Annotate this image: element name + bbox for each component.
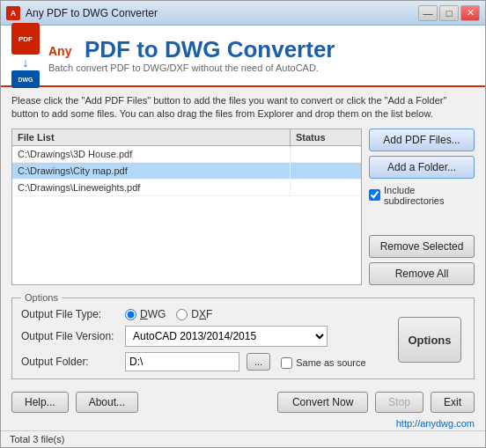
folder-label: Output Folder:	[21, 356, 118, 368]
right-buttons: Add PDF Files... Add a Folder... Include…	[369, 129, 475, 285]
file-status	[291, 180, 361, 195]
output-version-row: Output File Version: AutoCAD 2013/2014/2…	[21, 326, 387, 347]
same-as-source-label: Same as source	[296, 357, 365, 368]
middle-area: File List Status C:\Drawings\3D House.pd…	[11, 129, 475, 285]
main-content: Please click the "Add PDF Files" button …	[1, 87, 485, 386]
file-status	[291, 146, 361, 162]
file-list-body[interactable]: C:\Drawings\3D House.pdf C:\Drawings\Cit…	[12, 146, 361, 284]
app-header: PDF ↓ DWG Any PDF to DWG Converter Batch…	[1, 26, 485, 87]
add-folder-button[interactable]: Add a Folder...	[369, 156, 475, 179]
remove-all-button[interactable]: Remove All	[369, 262, 475, 285]
file-name: C:\Drawings\City map.pdf	[12, 163, 291, 179]
exit-button[interactable]: Exit	[431, 392, 475, 413]
about-button[interactable]: About...	[76, 392, 138, 413]
file-name: C:\Drawings\Lineweights.pdf	[12, 180, 291, 195]
output-type-row: Output File Type: DWG DXF	[21, 308, 387, 320]
options-inner: Output File Type: DWG DXF	[21, 308, 465, 371]
header-subtitle: Batch convert PDF to DWG/DXF without the…	[48, 62, 335, 73]
options-right: Options	[394, 308, 465, 371]
header-any-text: Any	[48, 44, 71, 58]
include-subdirs-label: Include subdirectories	[384, 185, 475, 206]
options-fields: Output File Type: DWG DXF	[21, 308, 387, 371]
output-folder-row: Output Folder: ... Same as source	[21, 352, 387, 371]
include-subdirs-checkbox[interactable]	[369, 189, 380, 201]
logo-dwg: DWG	[11, 70, 40, 88]
table-row[interactable]: C:\Drawings\City map.pdf	[12, 163, 361, 180]
dwg-radio[interactable]	[125, 309, 136, 320]
stop-button[interactable]: Stop	[375, 392, 423, 413]
app-icon: A	[6, 6, 20, 20]
version-select[interactable]: AutoCAD 2013/2014/2015 AutoCAD 2010/2011…	[125, 326, 328, 347]
window-title: Any PDF to DWG Converter	[26, 7, 418, 19]
same-as-source-row: Same as source	[281, 357, 365, 369]
title-bar: A Any PDF to DWG Converter — □ ✕	[1, 1, 485, 26]
header-logo: PDF ↓ DWG	[11, 23, 40, 88]
instructions-text: Please click the "Add PDF Files" button …	[11, 94, 475, 121]
window-controls: — □ ✕	[418, 5, 480, 21]
file-name: C:\Drawings\3D House.pdf	[12, 146, 291, 162]
table-row[interactable]: C:\Drawings\Lineweights.pdf	[12, 180, 361, 196]
bottom-bar: Help... About... Convert Now Stop Exit	[1, 386, 485, 418]
col-status: Status	[291, 129, 361, 145]
header-title-text: PDF to DWG Converter	[85, 36, 335, 62]
col-file-list: File List	[12, 129, 291, 145]
dwg-radio-item: DWG	[125, 308, 166, 320]
header-title-area: Any PDF to DWG Converter Batch convert P…	[48, 38, 335, 73]
options-button[interactable]: Options	[398, 317, 461, 363]
minimize-button[interactable]: —	[418, 5, 438, 21]
status-bar: Total 3 file(s)	[1, 430, 485, 447]
browse-button[interactable]: ...	[247, 353, 270, 371]
include-subdirs-row: Include subdirectories	[369, 185, 475, 206]
close-button[interactable]: ✕	[460, 5, 480, 21]
dwg-label: DWG	[140, 308, 166, 320]
link-row: http://anydwg.com	[1, 418, 485, 430]
version-label: Output File Version:	[21, 330, 118, 342]
same-as-source-checkbox[interactable]	[281, 357, 292, 369]
table-row[interactable]: C:\Drawings\3D House.pdf	[12, 146, 361, 163]
maximize-button[interactable]: □	[439, 5, 459, 21]
remove-selected-button[interactable]: Remove Selected	[369, 235, 475, 258]
output-type-radio-group: DWG DXF	[125, 308, 212, 320]
dxf-label: DXF	[191, 308, 212, 320]
file-list-header: File List Status	[12, 129, 361, 146]
file-status	[291, 163, 361, 179]
website-link[interactable]: http://anydwg.com	[396, 418, 475, 429]
options-legend: Options	[21, 292, 62, 303]
dxf-radio-item: DXF	[176, 308, 212, 320]
header-main-title: Any PDF to DWG Converter	[48, 38, 335, 61]
main-window: A Any PDF to DWG Converter — □ ✕ PDF ↓ D…	[0, 0, 486, 448]
convert-now-button[interactable]: Convert Now	[277, 392, 368, 413]
logo-arrow-icon: ↓	[23, 55, 29, 70]
help-button[interactable]: Help...	[11, 392, 69, 413]
logo-pdf: PDF	[11, 23, 40, 55]
status-text: Total 3 file(s)	[10, 434, 64, 444]
output-folder-input[interactable]	[125, 352, 239, 371]
add-pdf-files-button[interactable]: Add PDF Files...	[369, 129, 475, 151]
file-list-container: File List Status C:\Drawings\3D House.pd…	[11, 129, 362, 285]
options-group: Options Output File Type: DWG DXF	[11, 292, 475, 379]
output-type-label: Output File Type:	[21, 308, 118, 320]
dxf-radio[interactable]	[176, 309, 188, 320]
